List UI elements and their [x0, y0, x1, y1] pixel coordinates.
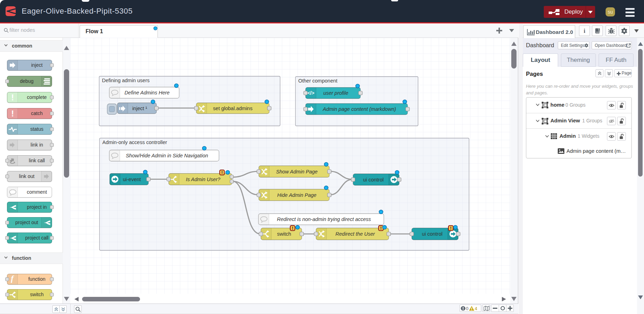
svg-text:</>: </> [307, 90, 314, 96]
svg-text:Other component: Other component [298, 78, 337, 84]
svg-text:Show Admin Page: Show Admin Page [276, 169, 318, 174]
svg-text:inject ¹: inject ¹ [132, 106, 147, 111]
svg-text:!: ! [450, 226, 452, 231]
svg-text:set global.admins: set global.admins [213, 106, 253, 111]
svg-text:!: ! [380, 226, 382, 231]
svg-text:Define Admins Here: Define Admins Here [124, 90, 169, 95]
svg-text:!: ! [292, 226, 293, 231]
svg-text:ui control: ui control [363, 177, 384, 183]
svg-text:ui-event: ui-event [123, 177, 141, 182]
svg-text:Is Admin User?: Is Admin User? [186, 177, 221, 182]
svg-text:Redirect is non-admin trying d: Redirect is non-admin trying direct acce… [277, 216, 371, 222]
svg-text:Redirect the User: Redirect the User [336, 231, 375, 237]
svg-text:switch: switch [277, 231, 291, 237]
svg-text:user profile: user profile [323, 90, 349, 96]
svg-text:Admin page content (markdown): Admin page content (markdown) [322, 106, 396, 112]
svg-text:Admin-only access controller: Admin-only access controller [102, 140, 167, 145]
svg-text:ui control: ui control [422, 231, 442, 237]
svg-text:Hide Admin Page: Hide Admin Page [277, 192, 316, 198]
svg-text:Defining admin users: Defining admin users [102, 78, 149, 83]
svg-text:!: ! [221, 170, 223, 175]
svg-text:Show/Hide Admin in Side Naviga: Show/Hide Admin in Side Navigation [126, 153, 208, 158]
